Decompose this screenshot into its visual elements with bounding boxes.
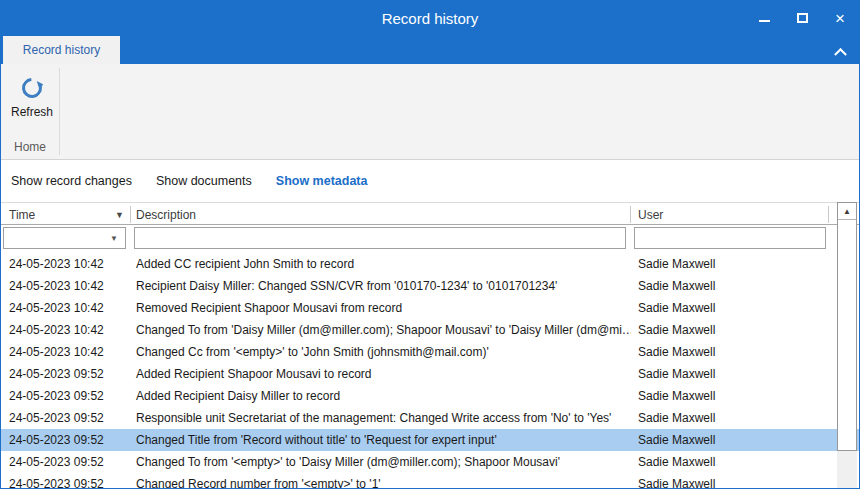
cell-description: Responsible unit Secretariat of the mana… (131, 407, 631, 429)
cell-user: Sadie Maxwell (631, 429, 829, 451)
window-controls: × (745, 0, 859, 36)
cell-description: Recipient Daisy Miller: Changed SSN/CVR … (131, 275, 631, 297)
maximize-button[interactable] (783, 0, 821, 36)
vertical-scrollbar[interactable]: ▲ (837, 202, 857, 488)
cell-time: 24-05-2023 10:42 (3, 275, 131, 297)
column-header-user-label: User (638, 208, 663, 222)
ribbon-group-separator (59, 68, 60, 155)
minimize-button[interactable] (745, 0, 783, 36)
column-header-description[interactable]: Description (131, 206, 631, 223)
description-filter-input[interactable] (135, 228, 625, 248)
cell-description: Added Recipient Daisy Miller to record (131, 385, 631, 407)
ribbon: Refresh Home (1, 64, 859, 160)
cell-user: Sadie Maxwell (631, 407, 829, 429)
table-row[interactable]: 24-05-2023 10:42 Added CC recipient John… (1, 253, 859, 275)
maximize-icon (797, 13, 808, 23)
ribbon-group-label: Home (14, 140, 46, 154)
cell-user: Sadie Maxwell (631, 275, 829, 297)
collapse-ribbon-button[interactable] (831, 42, 849, 60)
scrollbar-box: ▲ (837, 202, 857, 451)
cell-description: Changed Cc from '<empty>' to 'John Smith… (131, 341, 631, 363)
cell-time: 24-05-2023 10:42 (3, 341, 131, 363)
cell-time: 24-05-2023 10:42 (3, 319, 131, 341)
cell-user: Sadie Maxwell (631, 297, 829, 319)
cell-user: Sadie Maxwell (631, 385, 829, 407)
cell-user: Sadie Maxwell (631, 473, 829, 489)
table-row[interactable]: 24-05-2023 09:52 Added Recipient Shapoor… (1, 363, 859, 385)
cell-time: 24-05-2023 09:52 (3, 363, 131, 385)
scroll-up-button[interactable]: ▲ (838, 203, 856, 220)
sort-down-icon[interactable]: ▼ (115, 210, 124, 220)
minimize-icon (759, 20, 770, 22)
cell-user: Sadie Maxwell (631, 253, 829, 275)
close-button[interactable]: × (821, 0, 859, 36)
user-filter-input[interactable] (635, 228, 825, 248)
cell-time: 24-05-2023 09:52 (3, 407, 131, 429)
grid-header: Time ▼ Description User (1, 202, 859, 225)
cell-user: Sadie Maxwell (631, 451, 829, 473)
scrollbar-track[interactable] (837, 451, 857, 488)
link-show-record-changes[interactable]: Show record changes (11, 174, 132, 188)
tab-record-history[interactable]: Record history (3, 36, 120, 64)
table-row[interactable]: 24-05-2023 09:52 Changed To from '<empty… (1, 451, 859, 473)
refresh-icon (18, 74, 46, 102)
cell-user: Sadie Maxwell (631, 319, 829, 341)
history-grid: Time ▼ Description User ▼ (1, 202, 859, 488)
table-row[interactable]: 24-05-2023 10:42 Changed Cc from '<empty… (1, 341, 859, 363)
record-history-window: Record history × Record history Refresh … (0, 0, 860, 489)
link-show-metadata[interactable]: Show metadata (276, 174, 368, 188)
window-title: Record history (1, 10, 859, 27)
titlebar: Record history × (1, 0, 859, 36)
grid-rows: 24-05-2023 10:42 Added CC recipient John… (1, 253, 859, 489)
cell-description: Added CC recipient John Smith to record (131, 253, 631, 275)
cell-time: 24-05-2023 09:52 (3, 429, 131, 451)
time-filter-combo[interactable]: ▼ (3, 227, 126, 249)
refresh-button[interactable]: Refresh (7, 72, 57, 134)
table-row[interactable]: 24-05-2023 09:52 Responsible unit Secret… (1, 407, 859, 429)
table-row[interactable]: 24-05-2023 09:52 Added Recipient Daisy M… (1, 385, 859, 407)
cell-description: Added Recipient Shapoor Mousavi to recor… (131, 363, 631, 385)
cell-time: 24-05-2023 09:52 (3, 451, 131, 473)
cell-description: Changed Record number from '<empty>' to … (131, 473, 631, 489)
column-header-time-label: Time (9, 208, 35, 222)
cell-time: 24-05-2023 10:42 (3, 253, 131, 275)
filter-row: ▼ (1, 225, 859, 253)
scroll-up-icon: ▲ (843, 207, 851, 216)
refresh-label: Refresh (11, 105, 53, 119)
cell-description: Changed Title from 'Record without title… (131, 429, 631, 451)
cell-time: 24-05-2023 09:52 (3, 473, 131, 489)
description-filter-box[interactable] (134, 227, 626, 249)
cell-description: Removed Recipient Shapoor Mousavi from r… (131, 297, 631, 319)
table-row[interactable]: 24-05-2023 09:52 Changed Title from 'Rec… (1, 429, 859, 451)
column-header-time[interactable]: Time ▼ (3, 206, 131, 223)
table-row[interactable]: 24-05-2023 09:52 Changed Record number f… (1, 473, 859, 489)
cell-time: 24-05-2023 10:42 (3, 297, 131, 319)
table-row[interactable]: 24-05-2023 10:42 Removed Recipient Shapo… (1, 297, 859, 319)
dropdown-arrow-icon[interactable]: ▼ (110, 234, 118, 243)
ribbon-tab-row: Record history (1, 36, 859, 64)
chevron-up-icon (834, 47, 847, 60)
column-header-description-label: Description (136, 208, 196, 222)
table-row[interactable]: 24-05-2023 10:42 Changed To from 'Daisy … (1, 319, 859, 341)
close-icon: × (835, 10, 845, 27)
view-links: Show record changes Show documents Show … (1, 160, 859, 202)
column-header-user[interactable]: User (631, 206, 829, 223)
table-row[interactable]: 24-05-2023 10:42 Recipient Daisy Miller:… (1, 275, 859, 297)
user-filter-box[interactable] (634, 227, 826, 249)
cell-description: Changed To from 'Daisy Miller (dm@miller… (131, 319, 631, 341)
cell-user: Sadie Maxwell (631, 341, 829, 363)
time-filter-input[interactable] (4, 228, 110, 248)
cell-user: Sadie Maxwell (631, 363, 829, 385)
link-show-documents[interactable]: Show documents (156, 174, 252, 188)
cell-time: 24-05-2023 09:52 (3, 385, 131, 407)
scrollbar-thumb[interactable] (838, 220, 856, 450)
cell-description: Changed To from '<empty>' to 'Daisy Mill… (131, 451, 631, 473)
